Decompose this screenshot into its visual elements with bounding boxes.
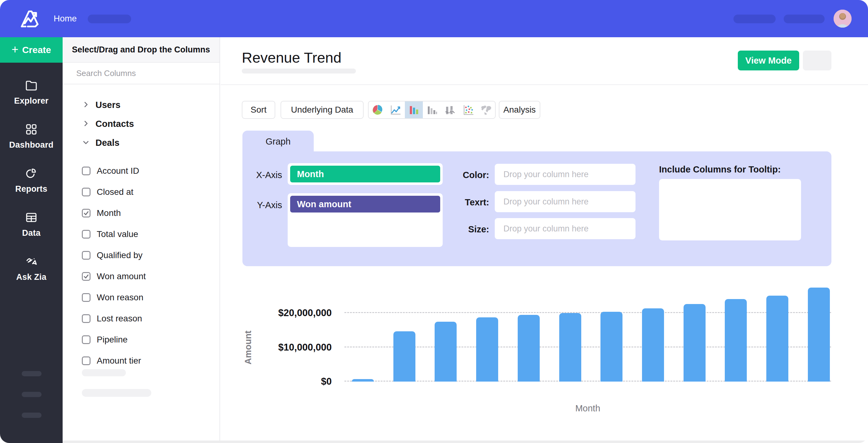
- checkbox-unchecked[interactable]: [82, 314, 91, 323]
- y-tick-label: $0: [257, 376, 332, 387]
- bar-chart-plot: [344, 275, 831, 382]
- drop-zone-texrt[interactable]: Drop your column here: [495, 191, 636, 212]
- y-axis-column-chip[interactable]: Won amount: [290, 196, 440, 212]
- tree-group-users[interactable]: Users: [63, 95, 219, 115]
- plus-icon: +: [11, 43, 18, 55]
- field-label: Pipeline: [97, 335, 128, 345]
- drop-row-label-texrt: Texrt:: [443, 197, 489, 208]
- checkbox-checked[interactable]: [82, 209, 91, 217]
- y-axis-shelf[interactable]: Won amount: [288, 193, 443, 247]
- bar[interactable]: [435, 322, 457, 382]
- checkbox-unchecked[interactable]: [82, 335, 91, 344]
- checkbox-unchecked[interactable]: [82, 230, 91, 239]
- field-label: Closed at: [97, 187, 133, 197]
- bar[interactable]: [684, 304, 706, 382]
- sidebar-item-data[interactable]: Data: [0, 211, 63, 241]
- tree-group-deals[interactable]: Deals: [63, 134, 219, 152]
- bar[interactable]: [725, 299, 747, 382]
- rail-skeleton: [22, 413, 41, 418]
- chart-type-pie-icon[interactable]: [369, 101, 386, 118]
- chart-type-switcher: [368, 101, 496, 119]
- view-mode-button[interactable]: View Mode: [738, 51, 799, 70]
- sidebar-item-label: Reports: [15, 184, 47, 194]
- chart-type-map-icon[interactable]: [477, 101, 495, 118]
- field-row-won-reason[interactable]: Won reason: [63, 287, 219, 308]
- field-row-amount-tier[interactable]: Amount tier: [63, 350, 219, 371]
- drop-zone-size[interactable]: Drop your column here: [495, 218, 636, 239]
- divider: [221, 84, 868, 85]
- field-row-pipeline[interactable]: Pipeline: [63, 329, 219, 350]
- rail-skeleton: [22, 371, 41, 376]
- drop-zone-color[interactable]: Drop your column here: [495, 164, 636, 185]
- checkbox-unchecked[interactable]: [82, 188, 91, 196]
- chart-type-bar-mono-icon[interactable]: [423, 101, 441, 118]
- field-row-won-amount[interactable]: Won amount: [63, 266, 219, 287]
- x-axis-label: X-Axis: [232, 170, 282, 180]
- field-row-total-value[interactable]: Total value: [63, 224, 219, 245]
- y-axis-title: Amount: [239, 321, 257, 374]
- secondary-placeholder-button[interactable]: [803, 51, 831, 70]
- bar[interactable]: [600, 312, 622, 382]
- analysis-button[interactable]: Analysis: [499, 101, 540, 119]
- bar[interactable]: [352, 379, 374, 382]
- sidebar-item-ask-zia[interactable]: Ask Zia: [0, 255, 63, 285]
- chart-type-line-icon[interactable]: [386, 101, 405, 118]
- panel-skeleton: [82, 389, 151, 397]
- field-label: Amount tier: [97, 356, 141, 366]
- sidebar-item-explorer[interactable]: Explorer: [0, 79, 63, 109]
- checkbox-unchecked[interactable]: [82, 167, 91, 175]
- bar[interactable]: [393, 331, 415, 382]
- bar[interactable]: [766, 296, 788, 382]
- chart-type-bar-line-combo-icon[interactable]: [441, 101, 459, 118]
- page-bottom-edge: [63, 441, 868, 443]
- chart-type-bar-icon[interactable]: [405, 101, 423, 118]
- field-row-qualified-by[interactable]: Qualified by: [63, 245, 219, 266]
- rail-skeleton: [22, 392, 41, 397]
- checkbox-unchecked[interactable]: [82, 251, 91, 260]
- tree-group-label: Users: [95, 100, 121, 110]
- user-avatar[interactable]: [834, 10, 851, 28]
- field-row-lost-reason[interactable]: Lost reason: [63, 308, 219, 329]
- chevron-down-icon: [63, 138, 90, 148]
- tree-group-contacts[interactable]: Contacts: [63, 115, 219, 134]
- columns-panel: Select/Drag and Drop the Columns Users C…: [63, 37, 220, 443]
- drop-row-label-size: Size:: [443, 224, 489, 235]
- field-label: Qualified by: [97, 250, 143, 260]
- nav-home[interactable]: Home: [54, 0, 77, 37]
- checkbox-unchecked[interactable]: [82, 293, 91, 302]
- tab-graph[interactable]: Graph: [242, 130, 314, 152]
- sidebar-item-label: Ask Zia: [16, 272, 46, 282]
- page-title: Revenue Trend: [242, 49, 341, 66]
- bar[interactable]: [642, 308, 664, 382]
- bar[interactable]: [518, 315, 540, 382]
- field-row-month[interactable]: Month: [63, 203, 219, 224]
- field-row-closed-at[interactable]: Closed at: [63, 181, 219, 203]
- sidebar-item-reports[interactable]: Reports: [0, 167, 63, 197]
- chevron-right-icon: [63, 100, 90, 110]
- x-axis-shelf[interactable]: Month: [288, 163, 443, 185]
- field-label: Total value: [97, 229, 138, 239]
- x-axis-column-chip[interactable]: Month: [290, 166, 440, 182]
- bar[interactable]: [559, 313, 581, 382]
- sidebar-item-dashboard[interactable]: Dashboard: [0, 123, 63, 153]
- bar[interactable]: [476, 317, 498, 382]
- app-window: Home + Create Explorer Dashboard Repo: [0, 0, 868, 443]
- nav-placeholder-pill: [784, 14, 825, 23]
- bar[interactable]: [808, 288, 830, 382]
- field-row-account-id[interactable]: Account ID: [63, 160, 219, 181]
- y-tick-label: $10,000,000: [257, 342, 332, 353]
- left-rail: + Create Explorer Dashboard Reports Data…: [0, 37, 63, 443]
- tooltip-columns-dropzone[interactable]: [659, 179, 801, 240]
- nav-placeholder-pill: [88, 14, 131, 23]
- checkbox-unchecked[interactable]: [82, 356, 91, 365]
- search-columns-input[interactable]: [63, 68, 219, 78]
- nav-placeholder-pill: [734, 14, 776, 23]
- create-button[interactable]: + Create: [0, 37, 63, 63]
- sort-button[interactable]: Sort: [242, 101, 275, 119]
- underlying-data-button[interactable]: Underlying Data: [281, 101, 364, 119]
- chart-type-scatter-icon[interactable]: [459, 101, 477, 118]
- title-skeleton: [242, 68, 356, 73]
- tree-group-label: Deals: [95, 138, 119, 148]
- field-label: Won amount: [97, 271, 146, 282]
- checkbox-checked[interactable]: [82, 272, 91, 281]
